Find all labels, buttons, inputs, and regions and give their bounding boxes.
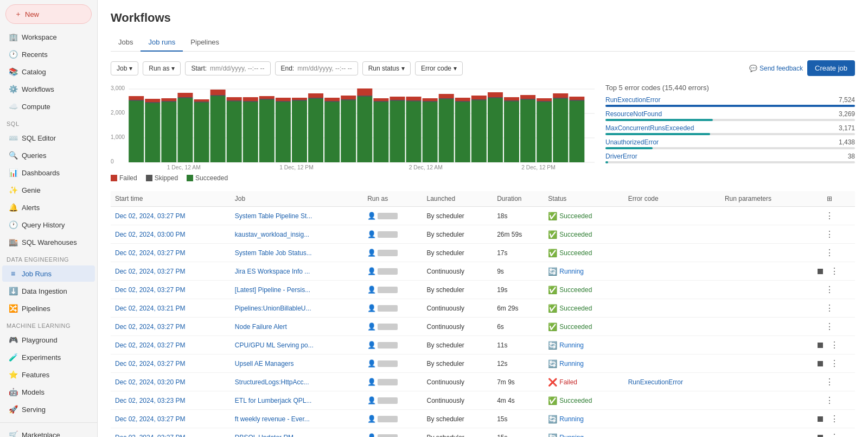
sidebar-item-workspace[interactable]: 🏢 Workspace (2, 29, 95, 45)
user-icon: 👤 (367, 378, 376, 386)
start-time-link[interactable]: Dec 02, 2024, 03:27 PM (115, 415, 185, 423)
svg-rect-24 (210, 95, 226, 96)
job-link[interactable]: Jira ES Workspace Info ... (235, 268, 310, 275)
row-menu-button[interactable]: ⋮ (827, 265, 842, 277)
start-time-link[interactable]: Dec 02, 2024, 03:27 PM (115, 323, 185, 331)
sidebar-item-queries[interactable]: 🔍 Queries (2, 147, 95, 163)
run-status-filter[interactable]: Run status ▾ (362, 61, 411, 75)
job-link[interactable]: StructuredLogs:HttpAcc... (235, 378, 309, 386)
sidebar-item-serving[interactable]: 🚀 Serving (2, 401, 95, 417)
run-as-value (378, 305, 398, 312)
stop-button[interactable] (818, 269, 823, 274)
end-date-filter[interactable]: End: mm/dd/yyyy, --:-- -- (275, 61, 358, 75)
svg-rect-23 (210, 96, 226, 162)
row-menu-button[interactable]: ⋮ (827, 339, 842, 351)
job-link[interactable]: ETL for Lumberjack QPL... (235, 397, 312, 404)
sidebar-item-playground[interactable]: 🎮 Playground (2, 332, 95, 348)
data-ingestion-icon: ⬇️ (9, 287, 17, 295)
error-code-name[interactable]: RunExecutionError (605, 96, 660, 104)
row-menu-button[interactable]: ⋮ (822, 395, 837, 406)
tab-job-runs[interactable]: Job runs (141, 34, 183, 52)
stop-button[interactable] (818, 416, 823, 422)
new-button[interactable]: ＋ New (5, 4, 92, 24)
job-link[interactable]: ft weekly revenue - Ever... (235, 415, 310, 423)
stop-button[interactable] (818, 343, 823, 348)
cell-start-time: Dec 02, 2024, 03:27 PM (111, 336, 231, 354)
start-time-link[interactable]: Dec 02, 2024, 03:23 PM (115, 397, 185, 404)
sidebar-item-sql-editor[interactable]: ⌨️ SQL Editor (2, 130, 95, 146)
cell-actions: ⋮ (805, 207, 855, 225)
start-time-link[interactable]: Dec 02, 2024, 03:20 PM (115, 378, 185, 386)
start-time-link[interactable]: Dec 02, 2024, 03:21 PM (115, 305, 185, 312)
start-time-link[interactable]: Dec 02, 2024, 03:27 PM (115, 286, 185, 294)
row-menu-button[interactable]: ⋮ (827, 432, 842, 437)
sidebar-item-workflows[interactable]: ⚙️ Workflows (2, 81, 95, 97)
sidebar-item-sql-warehouses[interactable]: 🏬 SQL Warehouses (2, 234, 95, 250)
error-code-link[interactable]: RunExecutionError (628, 378, 683, 386)
sidebar-item-experiments[interactable]: 🧪 Experiments (2, 349, 95, 365)
cell-run-params (720, 262, 805, 281)
new-label: New (25, 10, 39, 18)
error-code-filter[interactable]: Error code ▾ (415, 61, 463, 75)
tab-pipelines[interactable]: Pipelines (183, 34, 227, 52)
sidebar-item-features[interactable]: ⭐ Features (2, 366, 95, 383)
start-time-link[interactable]: Dec 02, 2024, 03:27 PM (115, 434, 185, 438)
start-time-link[interactable]: Dec 02, 2024, 03:27 PM (115, 341, 185, 349)
job-link[interactable]: Node Failure Alert (235, 323, 287, 331)
job-link[interactable]: System Table Job Status... (235, 249, 312, 257)
error-panel: Top 5 error codes (15,440 errors) RunExe… (605, 84, 855, 167)
row-menu-button[interactable]: ⋮ (822, 302, 837, 314)
row-menu-button[interactable]: ⋮ (822, 321, 837, 332)
send-feedback-button[interactable]: 💬 Send feedback (749, 65, 803, 72)
sidebar-item-query-history[interactable]: 🕐 Query History (2, 217, 95, 233)
row-menu-button[interactable]: ⋮ (822, 376, 837, 388)
job-link[interactable]: DBSQL Updater RM (235, 434, 293, 438)
create-job-button[interactable]: Create job (807, 60, 855, 76)
cell-run-as: 👤 (363, 318, 422, 336)
row-menu-button[interactable]: ⋮ (827, 413, 842, 425)
start-time-link[interactable]: Dec 02, 2024, 03:27 PM (115, 249, 185, 257)
start-time-link[interactable]: Dec 02, 2024, 03:00 PM (115, 231, 185, 238)
stop-button[interactable] (818, 361, 823, 366)
job-link[interactable]: CPU/GPU ML Serving po... (235, 341, 314, 349)
error-code-count: 3,269 (839, 110, 855, 118)
sidebar-item-dashboards[interactable]: 📊 Dashboards (2, 164, 95, 181)
row-menu-button[interactable]: ⋮ (827, 358, 842, 369)
job-link[interactable]: System Table Pipeline St... (235, 212, 312, 220)
error-code-name[interactable]: UnauthorizedError (605, 138, 659, 146)
row-menu-button[interactable]: ⋮ (822, 284, 837, 295)
sidebar-item-models[interactable]: 🤖 Models (2, 384, 95, 400)
row-menu-button[interactable]: ⋮ (822, 210, 837, 221)
job-link[interactable]: Upsell AE Managers (235, 360, 294, 368)
run-as-filter[interactable]: Run as ▾ (143, 61, 181, 75)
job-link[interactable]: Pipelines:UnionBillableU... (235, 305, 311, 312)
job-link[interactable]: [Latest] Pipeline - Persis... (235, 286, 310, 294)
job-filter[interactable]: Job ▾ (111, 61, 138, 75)
cell-duration: 11s (493, 336, 544, 354)
sidebar-item-pipelines[interactable]: 🔀 Pipelines (2, 300, 95, 316)
start-time-link[interactable]: Dec 02, 2024, 03:27 PM (115, 360, 185, 368)
sidebar-item-job-runs[interactable]: ≡ Job Runs (2, 265, 95, 282)
error-code-name[interactable]: DriverError (605, 153, 637, 160)
feedback-icon: 💬 (749, 65, 757, 72)
row-menu-button[interactable]: ⋮ (822, 247, 837, 258)
stop-button[interactable] (818, 435, 823, 437)
sidebar-item-recents[interactable]: 🕐 Recents (2, 46, 95, 62)
columns-icon[interactable]: ⊞ (827, 195, 832, 202)
error-code-name[interactable]: ResourceNotFound (605, 110, 662, 118)
cell-error-code (624, 410, 720, 428)
sidebar-item-data-ingestion[interactable]: ⬇️ Data Ingestion (2, 283, 95, 299)
start-date-filter[interactable]: Start: mm/dd/yyyy, --:-- -- (185, 61, 270, 75)
start-time-link[interactable]: Dec 02, 2024, 03:27 PM (115, 268, 185, 275)
job-link[interactable]: kaustav_workload_insig... (235, 231, 309, 238)
sidebar-item-catalog[interactable]: 📚 Catalog (2, 64, 95, 80)
error-code-name[interactable]: MaxConcurrentRunsExceeded (605, 124, 694, 132)
cell-start-time: Dec 02, 2024, 03:27 PM (111, 318, 231, 336)
tab-jobs[interactable]: Jobs (111, 34, 141, 52)
sidebar-item-marketplace[interactable]: 🛒 Marketplace (2, 427, 95, 437)
start-time-link[interactable]: Dec 02, 2024, 03:27 PM (115, 212, 185, 220)
sidebar-item-alerts[interactable]: 🔔 Alerts (2, 199, 95, 216)
sidebar-item-genie[interactable]: ✨ Genie (2, 182, 95, 198)
row-menu-button[interactable]: ⋮ (822, 229, 837, 240)
sidebar-item-compute[interactable]: ☁️ Compute (2, 98, 95, 115)
